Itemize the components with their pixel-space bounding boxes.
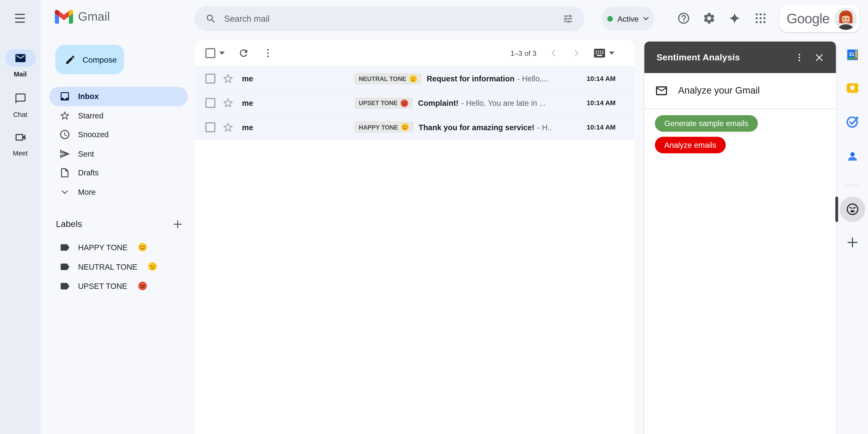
select-dropdown-icon[interactable]	[219, 52, 225, 55]
refresh-icon[interactable]	[238, 48, 249, 59]
kebab-menu-icon	[794, 52, 804, 62]
star-icon[interactable]	[222, 121, 234, 133]
happy-emoji-icon	[401, 123, 409, 131]
row-checkbox[interactable]	[206, 98, 215, 108]
search-input[interactable]	[223, 13, 556, 24]
label-name: UPSET TONE	[78, 281, 127, 290]
addon-panel-header: Sentiment Analysis	[645, 41, 836, 73]
label-tag-icon	[59, 280, 70, 291]
clock-icon	[59, 129, 70, 140]
angry-emoji-icon	[138, 281, 147, 291]
email-row[interactable]: me NEUTRAL TONE Request for information …	[195, 67, 634, 91]
hamburger-icon	[15, 14, 25, 15]
gmail-wordmark: Gmail	[78, 9, 110, 24]
sentiment-addon-button[interactable]	[840, 196, 865, 222]
create-label-button[interactable]	[172, 219, 183, 230]
sidebar-label-happy-tone[interactable]: HAPPY TONE	[49, 238, 188, 257]
gemini-sparkle-icon[interactable]	[728, 11, 741, 25]
mail-icon	[14, 52, 26, 64]
gmail-window: Mail Chat Meet G	[0, 0, 868, 434]
compose-button[interactable]: Compose	[55, 45, 124, 74]
sidebar-item-label: Snoozed	[78, 130, 108, 139]
rail-item-chat[interactable]: Chat	[0, 90, 40, 119]
neutral-emoji-icon	[148, 262, 157, 271]
help-icon[interactable]	[677, 11, 690, 25]
email-subject-area: NEUTRAL TONE Request for information - H…	[354, 73, 570, 85]
email-snippet: - H..	[537, 123, 552, 131]
calendar-icon[interactable]: 31	[845, 48, 860, 62]
email-sender: me	[242, 74, 354, 83]
rail-label-mail: Mail	[0, 70, 40, 78]
gmail-logo[interactable]: Gmail	[55, 9, 110, 24]
status-selector[interactable]: Active	[602, 6, 654, 30]
rail-label-chat: Chat	[0, 111, 40, 119]
search-bar[interactable]	[194, 6, 585, 31]
sidebar-label-neutral-tone[interactable]: NEUTRAL TONE	[49, 257, 188, 276]
avatar	[835, 7, 857, 30]
sidebar-item-label: Sent	[78, 149, 94, 158]
send-icon	[59, 148, 70, 159]
older-page-chevron-icon[interactable]	[571, 48, 582, 59]
rail-divider	[844, 185, 860, 185]
labels-header: Labels	[56, 217, 188, 232]
settings-gear-icon[interactable]	[703, 11, 716, 25]
sidebar-item-more[interactable]: More	[49, 182, 188, 202]
happy-emoji-icon	[138, 243, 148, 252]
apps-grid-icon[interactable]	[754, 11, 767, 25]
tone-chip: NEUTRAL TONE	[354, 73, 422, 85]
email-list: me NEUTRAL TONE Request for information …	[195, 66, 634, 140]
envelope-icon	[655, 84, 668, 97]
email-row[interactable]: me UPSET TONE Complaint! - Hello, You ar…	[195, 91, 634, 115]
account-button[interactable]: Google	[779, 5, 860, 32]
sidebar-item-sent[interactable]: Sent	[49, 144, 188, 163]
addon-menu-button[interactable]	[789, 47, 809, 67]
chevron-down-icon	[609, 52, 614, 55]
input-tools-button[interactable]	[593, 48, 614, 58]
star-icon[interactable]	[222, 73, 234, 85]
email-subject-area: HAPPY TONE Thank you for amazing service…	[354, 121, 570, 133]
email-row[interactable]: me HAPPY TONE Thank you for amazing serv…	[195, 115, 634, 140]
sidebar-item-snoozed[interactable]: Snoozed	[49, 125, 188, 144]
newer-page-chevron-icon[interactable]	[548, 48, 559, 59]
sidebar-item-inbox[interactable]: Inbox	[49, 87, 188, 106]
keyboard-icon	[593, 48, 606, 58]
contacts-icon[interactable]	[845, 149, 860, 163]
sidebar-item-label: More	[78, 188, 96, 196]
label-tag-icon	[59, 242, 70, 253]
meet-icon	[13, 131, 27, 144]
sidebar-item-starred[interactable]: Starred	[49, 106, 188, 125]
main-menu-button[interactable]	[8, 6, 32, 31]
rail-item-meet[interactable]: Meet	[0, 128, 40, 157]
rail-label-meet: Meet	[0, 149, 40, 157]
search-options-button[interactable]	[556, 6, 580, 31]
email-time: 10:14 AM	[570, 123, 616, 131]
tasks-icon[interactable]	[845, 115, 860, 129]
select-all-checkbox[interactable]	[206, 48, 215, 58]
sidebar-item-label: Inbox	[78, 92, 98, 101]
generate-sample-emails-button[interactable]: Generate sample emails	[655, 115, 758, 131]
email-sender: me	[242, 98, 354, 107]
tune-icon	[562, 13, 574, 24]
addon-close-button[interactable]	[809, 47, 829, 67]
rail-item-mail[interactable]: Mail	[0, 49, 40, 78]
keep-icon[interactable]	[845, 81, 860, 95]
more-options-icon[interactable]	[262, 48, 274, 59]
email-subject-area: UPSET TONE Complaint! - Hello, You are l…	[354, 97, 570, 109]
chevron-down-icon	[59, 186, 70, 197]
row-checkbox[interactable]	[206, 122, 215, 132]
sidebar-item-drafts[interactable]: Drafts	[49, 163, 188, 182]
label-list: HAPPY TONE NEUTRAL TONE UPSET T	[49, 238, 188, 296]
row-checkbox[interactable]	[206, 74, 215, 84]
active-status-dot	[608, 16, 613, 21]
get-addons-plus-icon[interactable]	[846, 236, 859, 249]
email-sender: me	[242, 123, 354, 131]
chat-icon	[14, 92, 26, 105]
search-button[interactable]	[199, 6, 223, 31]
svg-text:31: 31	[849, 52, 855, 57]
analyze-emails-button[interactable]: Analyze emails	[655, 137, 726, 153]
star-icon	[59, 110, 70, 121]
status-label: Active	[618, 14, 639, 23]
star-icon[interactable]	[222, 97, 234, 109]
sidebar-label-upset-tone[interactable]: UPSET TONE	[49, 276, 188, 296]
active-addon-indicator	[835, 196, 838, 222]
